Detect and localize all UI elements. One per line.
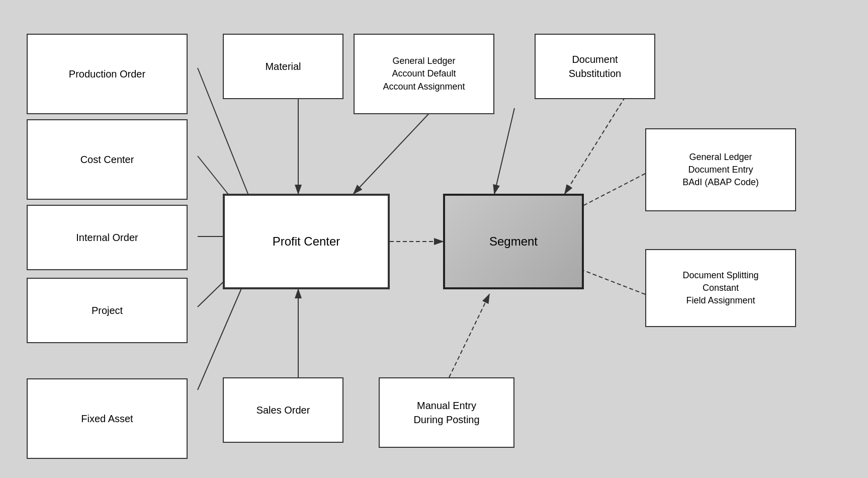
fixed-asset-box: Fixed Asset: [27, 378, 188, 459]
project-box: Project: [27, 278, 188, 343]
svg-line-8: [354, 108, 434, 194]
segment-box: Segment: [443, 194, 584, 289]
profit-center-box: Profit Center: [223, 194, 390, 289]
internal-order-box: Internal Order: [27, 205, 188, 270]
document-substitution-box: Document Substitution: [535, 34, 655, 99]
svg-line-9: [494, 108, 514, 194]
gl-account-box: General Ledger Account Default Account A…: [354, 34, 494, 114]
cost-center-box: Cost Center: [27, 119, 188, 200]
manual-entry-box: Manual Entry During Posting: [379, 377, 514, 448]
svg-line-10: [565, 97, 625, 194]
diagram-container: Production Order Cost Center Internal Or…: [12, 8, 856, 470]
doc-splitting-box: Document Splitting Constant Field Assign…: [645, 249, 796, 327]
svg-line-12: [449, 294, 489, 377]
sales-order-box: Sales Order: [223, 377, 343, 443]
gl-badi-box: General Ledger Document Entry BAdI (ABAP…: [645, 128, 796, 211]
material-box: Material: [223, 34, 343, 99]
production-order-box: Production Order: [27, 34, 188, 114]
